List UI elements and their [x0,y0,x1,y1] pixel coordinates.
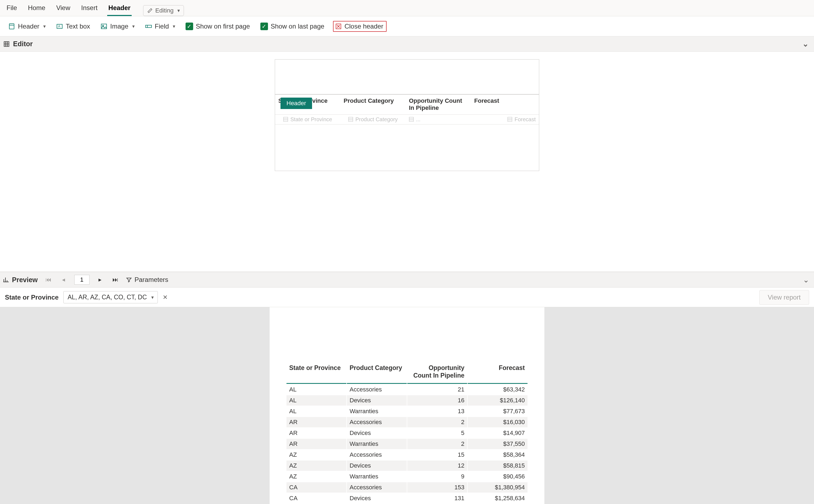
nav-prev-button[interactable]: ◂ [59,276,68,283]
table-cell: AR [287,417,346,427]
ribbon: Header ▾ A Text box Image ▾ Field ▾ ✓ Sh… [0,16,814,36]
design-table[interactable]: State or Province Product Category Oppor… [275,94,539,125]
close-header-button[interactable]: Close header [333,21,387,32]
chevron-down-icon: ▾ [132,23,135,29]
table-cell: 131 [407,493,467,503]
svg-rect-16 [284,117,288,122]
image-icon [100,23,107,30]
table-cell: 15 [407,450,467,460]
svg-rect-22 [409,117,414,122]
tab-insert[interactable]: Insert [80,0,98,16]
editor-canvas[interactable]: Header State or Province Product Categor… [0,52,814,272]
parameter-clear-button[interactable]: ✕ [163,294,167,301]
mode-label: Editing [155,7,173,14]
parameters-label: Parameters [135,276,168,284]
image-btn-label: Image [110,23,128,30]
svg-rect-25 [508,117,512,122]
table-cell: 2 [407,417,467,427]
svg-rect-19 [349,117,353,122]
design-table-header-row[interactable]: State or Province Product Category Oppor… [275,95,539,114]
col-header[interactable]: Product Category [340,95,406,114]
chevron-down-icon: ▾ [173,23,175,29]
tab-view[interactable]: View [55,0,71,16]
editor-grid-icon [3,41,10,47]
close-header-icon [335,23,342,30]
col-header: State or Province [287,362,346,384]
parameter-value: AL, AR, AZ, CA, CO, CT, DC [67,294,147,301]
preview-canvas[interactable]: State or Province Product Category Oppor… [0,307,814,504]
table-cell: Devices [347,395,407,406]
table-cell: AZ [287,450,346,460]
table-cell: CA [287,482,346,493]
table-cell: Accessories [347,482,407,493]
binding-cell[interactable]: State or Province [275,115,340,124]
tab-file[interactable]: File [5,0,18,16]
table-cell: AR [287,439,346,449]
nav-last-button[interactable]: ⏭ [111,276,120,283]
table-cell: CA [287,493,346,503]
table-cell: $1,380,954 [468,482,527,493]
table-cell: Warranties [347,471,407,482]
header-region-tag[interactable]: Header [281,98,312,109]
preview-collapse-icon[interactable]: ⌄ [803,275,811,284]
table-cell: 2 [407,439,467,449]
table-cell: $63,342 [468,384,527,395]
preview-pane-title: Preview [3,276,38,284]
nav-next-button[interactable]: ▸ [95,276,105,283]
chevron-down-icon: ▾ [43,23,46,29]
parameter-select[interactable]: AL, AR, AZ, CA, CO, CT, DC ▾ [63,291,157,303]
check-icon: ✓ [185,23,193,30]
table-cell: Devices [347,493,407,503]
parameters-button[interactable]: Parameters [126,276,168,284]
binding-cell[interactable]: Product Category [340,115,406,124]
close-header-label: Close header [344,23,383,30]
table-cell: 5 [407,428,467,438]
show-last-page-toggle[interactable]: ✓ Show on last page [259,21,326,32]
table-cell: AL [287,395,346,406]
tab-home[interactable]: Home [27,0,46,16]
view-report-button[interactable]: View report [759,290,809,305]
svg-rect-6 [145,25,151,27]
tab-header[interactable]: Header [107,0,131,16]
textbox-button[interactable]: A Text box [54,21,92,32]
header-insert-button[interactable]: Header ▾ [7,21,47,32]
col-header: Product Category [347,362,407,384]
design-body-region[interactable] [275,125,539,171]
show-last-label: Show on last page [271,23,324,30]
show-first-page-toggle[interactable]: ✓ Show on first page [184,21,252,32]
design-page[interactable]: Header State or Province Product Categor… [275,59,539,171]
table-row: ALDevices16$126,140 [287,395,527,406]
report-header-region[interactable] [275,60,539,94]
table-row: ARDevices5$14,907 [287,428,527,438]
table-cell: $77,673 [468,406,527,416]
editor-pane-title: Editor [13,40,33,48]
table-cell: 9 [407,471,467,482]
design-table-binding-row[interactable]: State or Province Product Category ... F… [275,114,539,125]
mode-editing-button[interactable]: Editing ▾ [143,5,184,16]
parameter-bar: State or Province AL, AR, AZ, CA, CO, CT… [0,288,814,307]
table-cell: 12 [407,461,467,471]
nav-first-button[interactable]: ⏮ [44,276,53,283]
image-button[interactable]: Image ▾ [99,21,136,32]
editor-pane-header: Editor ⌄ [0,36,814,52]
col-header[interactable]: Forecast [471,95,539,114]
col-header[interactable]: Opportunity Count In Pipeline [406,95,471,114]
table-cell: $58,364 [468,450,527,460]
page-number-input[interactable] [74,275,89,285]
pane-collapse-icon[interactable]: ⌄ [802,39,811,48]
table-cell: 16 [407,395,467,406]
preview-table: State or Province Product Category Oppor… [286,362,528,504]
table-cell: AZ [287,461,346,471]
binding-cell[interactable]: Forecast [471,115,539,124]
table-cell: $90,456 [468,471,527,482]
table-cell: Devices [347,461,407,471]
col-header: Opportunity Count In Pipeline [407,362,467,384]
chevron-down-icon: ▾ [151,294,154,300]
binding-cell[interactable]: ... [406,115,471,124]
menu-tabs: File Home View Insert Header Editing ▾ [0,0,814,16]
field-button[interactable]: Field ▾ [143,21,177,32]
table-row: CADevices131$1,258,634 [287,493,527,503]
table-cell: AL [287,384,346,395]
preview-toolbar: Preview ⏮ ◂ ▸ ⏭ Parameters ⌄ [0,272,814,288]
table-row: ALWarranties13$77,673 [287,406,527,416]
